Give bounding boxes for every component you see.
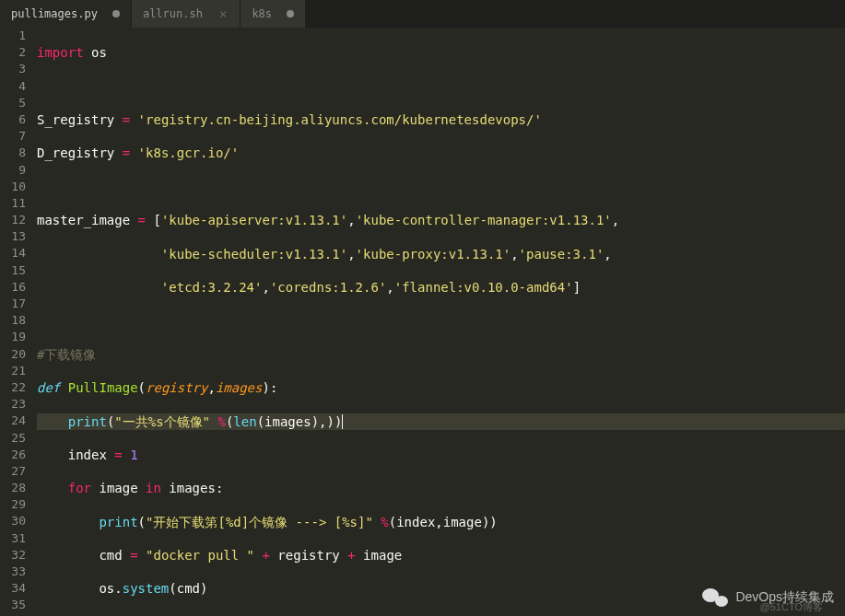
tab-label: k8s — [252, 7, 272, 20]
watermark-sub: @51CTO博客 — [760, 600, 823, 614]
cursor-icon — [342, 414, 343, 429]
wechat-icon — [702, 587, 728, 609]
tab-bar: pullimages.py allrun.sh × k8s — [0, 0, 845, 28]
line-number: 29 — [0, 496, 26, 513]
code-line: print("开始下载第[%d]个镜像 ---> [%s]" %(index,i… — [37, 514, 845, 530]
line-number: 3 — [0, 61, 26, 77]
line-number: 1 — [0, 28, 26, 44]
code-line: D_registry = 'k8s.gcr.io/' — [37, 145, 845, 161]
line-number: 27 — [0, 463, 26, 480]
code-line: for image in images: — [37, 480, 845, 496]
line-number: 32 — [0, 547, 26, 564]
line-number: 8 — [0, 145, 26, 161]
tab-label: pullimages.py — [11, 7, 98, 20]
line-number: 14 — [0, 245, 26, 262]
line-number: 28 — [0, 480, 26, 496]
line-number: 15 — [0, 262, 26, 279]
modified-dot-icon — [287, 10, 294, 17]
code-line: index = 1 — [37, 447, 845, 463]
code-line: print("一共%s个镜像" %(len(images),)) — [37, 413, 845, 430]
code-line: import os — [37, 44, 845, 61]
code-line: #下载镜像 — [37, 346, 845, 363]
line-number: 11 — [0, 195, 26, 212]
line-number: 23 — [0, 396, 26, 413]
line-number: 5 — [0, 95, 26, 111]
line-number: 25 — [0, 430, 26, 447]
line-number: 30 — [0, 513, 26, 529]
line-number: 19 — [0, 329, 26, 345]
line-number: 22 — [0, 379, 26, 396]
modified-dot-icon — [112, 10, 120, 17]
tab-k8s[interactable]: k8s — [241, 0, 306, 28]
close-icon[interactable]: × — [217, 6, 229, 21]
line-number: 33 — [0, 564, 26, 580]
line-number: 7 — [0, 128, 26, 145]
line-number: 16 — [0, 279, 26, 296]
line-gutter: 1 2 3 4 5 6 7 8 9 10 11 12 13 14 15 16 1… — [0, 28, 37, 616]
code-line: S_registry = 'registry.cn-beijing.aliyun… — [37, 111, 845, 128]
tab-pullimages[interactable]: pullimages.py — [0, 0, 132, 28]
line-number: 2 — [0, 44, 26, 61]
code-line: 'kube-scheduler:v1.13.1','kube-proxy:v1.… — [37, 246, 845, 262]
editor: 1 2 3 4 5 6 7 8 9 10 11 12 13 14 15 16 1… — [0, 28, 845, 616]
line-number: 4 — [0, 78, 26, 95]
line-number: 20 — [0, 346, 26, 363]
code-line: cmd = "docker pull " + registry + image — [37, 547, 845, 564]
tab-allrun[interactable]: allrun.sh × — [132, 0, 241, 28]
code-line: 'etcd:3.2.24','coredns:1.2.6','flannel:v… — [37, 279, 845, 296]
line-number: 9 — [0, 162, 26, 179]
line-number: 24 — [0, 413, 26, 429]
line-number: 17 — [0, 296, 26, 312]
watermark: DevOps持续集成 @51CTO博客 — [702, 587, 834, 609]
tab-label: allrun.sh — [143, 7, 203, 20]
line-number: 35 — [0, 597, 26, 613]
line-number: 34 — [0, 580, 26, 597]
code-line: def PullImage(registry,images): — [37, 379, 845, 396]
code-line: master_image = ['kube-apiserver:v1.13.1'… — [37, 212, 845, 228]
line-number: 21 — [0, 363, 26, 379]
line-number: 6 — [0, 111, 26, 128]
line-number: 13 — [0, 228, 26, 245]
line-number: 18 — [0, 312, 26, 329]
line-number: 31 — [0, 530, 26, 547]
line-number: 10 — [0, 179, 26, 195]
code-line — [37, 78, 845, 95]
code-line — [37, 179, 845, 195]
code-area[interactable]: import os S_registry = 'registry.cn-beij… — [37, 28, 845, 616]
line-number: 12 — [0, 212, 26, 228]
code-line — [37, 312, 845, 329]
line-number: 26 — [0, 447, 26, 463]
